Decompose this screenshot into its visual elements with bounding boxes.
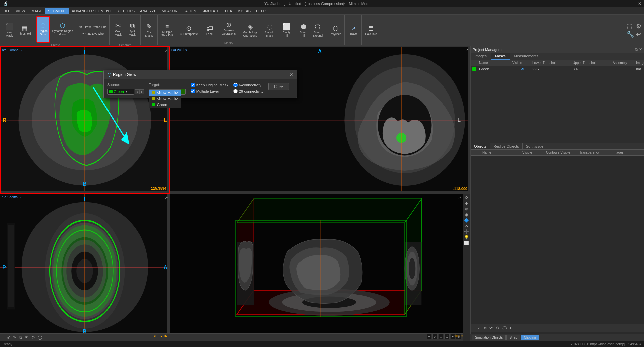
menu-advanced-segment[interactable]: ADVANCED SEGMENT — [69, 8, 114, 14]
rg-close-x-btn[interactable]: ✕ — [289, 72, 293, 77]
masks-add-btn[interactable]: + — [1, 335, 5, 340]
3d-livewire-btn[interactable]: 〰 3D LiveWire — [81, 31, 105, 36]
axial-expand-btn[interactable]: ↗ — [465, 48, 469, 53]
viewport-axial[interactable]: n/a Axial ∨ A L ↗ -118.000 — [170, 46, 470, 194]
crop-mask-btn[interactable]: ✂ CropMask — [112, 16, 125, 43]
masks-0-btn[interactable]: ◯ — [37, 335, 43, 340]
radio-6conn[interactable]: 6-connectivity — [233, 83, 263, 87]
pm-close-btn[interactable]: ✕ — [639, 47, 642, 52]
label-btn[interactable]: 🏷 Label — [203, 17, 217, 44]
check-keep-original-input[interactable] — [191, 83, 195, 87]
check-keep-original[interactable]: Keep Original Mask — [191, 83, 228, 87]
mask-row-green[interactable]: Green 👁 226 3071 n/a — [471, 66, 644, 72]
viewport-coronal[interactable]: n/a Coronal ∨ T B R L ↗ 115.3594 — [0, 46, 170, 194]
viewport-3d[interactable]: ↗ 101.250 ⟳ ✚ ⊕ ◉ 🔷 👁 ➕ 💡 ⬜ + ↙ □ ⊙ ♦ — [170, 194, 470, 341]
tab-objects[interactable]: Objects — [471, 143, 490, 149]
target-option-green[interactable]: Green — [149, 102, 181, 108]
coronal-orient[interactable]: Coronal ∨ — [8, 48, 23, 52]
3d-tool-light[interactable]: 💡 — [464, 235, 469, 240]
axial-scrollbar-h[interactable] — [170, 191, 470, 193]
tab-measurements[interactable]: Measurements — [510, 53, 543, 60]
boolean-ops-btn[interactable]: ⊕ BooleanOperations — [220, 16, 238, 41]
draw-profile-btn[interactable]: ✏ Draw Profile Line — [78, 24, 108, 30]
3d-tool-eye[interactable]: 👁 — [465, 224, 469, 228]
rg-next-btn[interactable]: › — [139, 89, 144, 94]
polylines-btn[interactable]: ⬡ Polylines — [328, 17, 343, 44]
tab-soft-tissue[interactable]: Soft tissue — [523, 143, 547, 149]
3d-tool-box[interactable]: ⬜ — [464, 241, 469, 245]
pm-float-btn[interactable]: ⧉ — [635, 47, 638, 52]
sagittal-orient[interactable]: Sagittal ∨ — [7, 195, 22, 199]
obj-remove-btn[interactable]: ↙ — [477, 325, 482, 331]
minimize-btn[interactable]: ─ — [627, 1, 630, 6]
btn-snap[interactable]: Snap — [506, 335, 520, 340]
dynamic-region-grow-btn[interactable]: ⬡ Dynamic RegionGrow — [51, 16, 75, 43]
3d-tool-measure[interactable]: 🔷 — [464, 218, 469, 223]
target-option-new-mask2[interactable]: <New Mask> — [149, 96, 181, 102]
close-btn[interactable]: ✕ — [638, 1, 641, 6]
tab-reslice-objects[interactable]: Reslice Objects — [490, 143, 522, 149]
sagittal-scrollbar-v[interactable] — [167, 194, 169, 341]
btn-simulation-objects[interactable]: Simulation Objects — [472, 335, 506, 340]
smart-expand-btn[interactable]: ⬠ SmartExpand — [311, 17, 325, 44]
trace-btn[interactable]: ↗ Trace — [347, 17, 360, 44]
menu-3d-tools[interactable]: 3D TOOLS — [114, 8, 137, 14]
menu-simulate[interactable]: SIMULATE — [199, 8, 222, 14]
3d-tool-rotate[interactable]: ⟳ — [465, 195, 468, 200]
radio-26conn[interactable]: 26-connectivity — [233, 89, 263, 93]
masks-eye-btn[interactable]: 👁 — [24, 335, 29, 340]
split-mask-btn[interactable]: ⧉ SplitMask — [126, 16, 139, 43]
3d-bottom-icon2[interactable]: ↙ — [432, 334, 438, 339]
target-option-new-mask[interactable]: <New Mask> — [149, 90, 181, 96]
menu-segment[interactable]: SEGMENT — [45, 8, 69, 14]
threshold-btn[interactable]: ▦ Threshold — [17, 17, 33, 44]
obj-add-btn[interactable]: + — [472, 325, 476, 331]
menu-image[interactable]: IMAGE — [28, 8, 45, 14]
axial-orient[interactable]: Axial ∨ — [177, 48, 187, 52]
3d-expand-btn[interactable]: ↗ — [458, 195, 461, 200]
axial-scrollbar-v[interactable] — [468, 47, 470, 193]
masks-copy-btn[interactable]: ⧉ — [18, 335, 23, 340]
obj-copy-btn[interactable]: ⧉ — [483, 325, 487, 331]
calculate-btn[interactable]: ≣ Calculate — [364, 17, 379, 44]
viewport-sagittal[interactable]: n/a Sagittal ∨ T B P A ↗ 76.0704 — [0, 194, 170, 341]
obj-settings-btn[interactable]: ⚙ — [495, 325, 500, 331]
maximize-btn[interactable]: □ — [633, 1, 635, 6]
morphology-btn[interactable]: ◈ MorphologyOperations — [241, 17, 259, 44]
radio-6conn-input[interactable] — [233, 83, 238, 87]
3d-tool-zoom[interactable]: ⊕ — [465, 207, 468, 211]
rg-source-dropdown[interactable]: Green ▼ — [107, 89, 134, 95]
smooth-mask-btn[interactable]: ◌ SmoothMask — [263, 17, 276, 44]
masks-settings-btn[interactable]: ⚙ — [31, 335, 36, 340]
3d-tool-pan[interactable]: ✚ — [465, 201, 468, 206]
3d-tool-select[interactable]: ◉ — [465, 212, 468, 217]
cavity-fill-btn[interactable]: ⬜ CavityFill — [280, 17, 293, 44]
menu-file[interactable]: FILE — [0, 8, 13, 14]
tab-masks[interactable]: Masks — [491, 53, 510, 60]
mask-visible-green[interactable]: 👁 — [512, 67, 532, 71]
check-multiple-layer[interactable]: Multiple Layer — [191, 89, 228, 93]
3d-bottom-icon1[interactable]: + — [427, 334, 431, 339]
menu-fea[interactable]: FEA — [222, 8, 235, 14]
obj-diamond-btn[interactable]: ♦ — [509, 325, 512, 331]
obj-0-btn[interactable]: ◯ — [502, 325, 507, 331]
new-mask-btn[interactable]: ⬛ NewMask — [3, 17, 16, 44]
btn-clipping[interactable]: Clipping — [521, 335, 539, 340]
rg-close-btn[interactable]: Close — [268, 83, 289, 90]
coronal-scrollbar-h[interactable] — [1, 191, 169, 193]
menu-measure[interactable]: MEASURE — [159, 8, 182, 14]
coronal-scrollbar-v[interactable] — [167, 47, 169, 193]
3d-bottom-icon3[interactable]: □ — [439, 334, 443, 339]
3d-interpolate-btn[interactable]: ⊙ 3D Interpolate — [178, 17, 199, 44]
masks-remove-btn[interactable]: ↙ — [6, 335, 11, 340]
menu-my-tab[interactable]: MY TAB — [235, 8, 253, 14]
menu-view[interactable]: VIEW — [13, 8, 28, 14]
tab-images[interactable]: Images — [471, 53, 491, 60]
masks-edit-btn[interactable]: ✎ — [12, 335, 17, 340]
region-grow-btn[interactable]: ⬡ RegionGrow — [36, 16, 50, 43]
3d-bottom-icon4[interactable]: ⊙ — [444, 334, 450, 339]
3d-tool-add[interactable]: ➕ — [464, 229, 469, 234]
3d-bottom-icon5[interactable]: ♦ — [451, 334, 455, 339]
edit-masks-btn[interactable]: ✎ EditMasks — [143, 17, 156, 44]
sagittal-expand-btn[interactable]: ↗ — [165, 195, 168, 200]
